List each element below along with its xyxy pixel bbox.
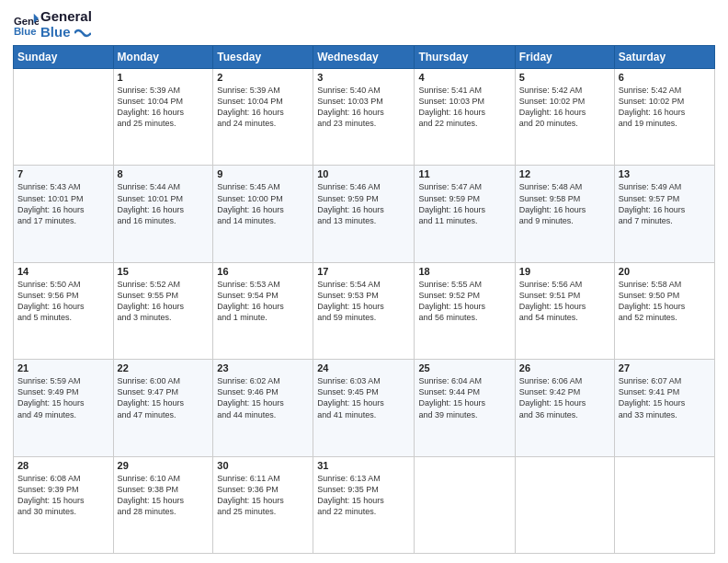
day-number: 21 <box>17 362 109 373</box>
calendar-cell: 30Sunrise: 6:11 AM Sunset: 9:36 PM Dayli… <box>213 456 313 553</box>
calendar-cell: 14Sunrise: 5:50 AM Sunset: 9:56 PM Dayli… <box>14 262 114 359</box>
day-info: Sunrise: 6:13 AM Sunset: 9:35 PM Dayligh… <box>317 473 410 518</box>
day-number: 24 <box>317 362 410 373</box>
calendar-week-row: 21Sunrise: 5:59 AM Sunset: 9:49 PM Dayli… <box>14 360 715 456</box>
calendar-cell: 9Sunrise: 5:45 AM Sunset: 10:00 PM Dayli… <box>213 166 313 262</box>
logo-blue: Blue <box>40 25 92 40</box>
day-number: 12 <box>519 168 610 179</box>
day-info: Sunrise: 5:55 AM Sunset: 9:52 PM Dayligh… <box>418 279 510 324</box>
calendar-cell: 18Sunrise: 5:55 AM Sunset: 9:52 PM Dayli… <box>415 262 515 359</box>
calendar-cell: 20Sunrise: 5:58 AM Sunset: 9:50 PM Dayli… <box>614 262 714 359</box>
day-number: 11 <box>418 168 510 179</box>
day-info: Sunrise: 6:10 AM Sunset: 9:38 PM Dayligh… <box>118 473 210 518</box>
day-info: Sunrise: 5:58 AM Sunset: 9:50 PM Dayligh… <box>619 279 711 324</box>
calendar-week-row: 1Sunrise: 5:39 AM Sunset: 10:04 PM Dayli… <box>14 69 715 166</box>
day-info: Sunrise: 5:52 AM Sunset: 9:55 PM Dayligh… <box>118 279 210 324</box>
calendar-cell: 3Sunrise: 5:40 AM Sunset: 10:03 PM Dayli… <box>313 69 415 166</box>
logo: General Blue General Blue <box>13 9 92 40</box>
weekday-header-wednesday: Wednesday <box>313 46 415 69</box>
day-info: Sunrise: 5:46 AM Sunset: 9:59 PM Dayligh… <box>317 181 410 226</box>
day-number: 17 <box>317 266 410 277</box>
day-number: 30 <box>217 460 309 471</box>
logo-wave-icon <box>74 28 91 39</box>
day-number: 22 <box>118 362 210 373</box>
day-info: Sunrise: 5:47 AM Sunset: 9:59 PM Dayligh… <box>418 181 510 226</box>
day-info: Sunrise: 6:07 AM Sunset: 9:41 PM Dayligh… <box>619 375 711 420</box>
day-info: Sunrise: 5:42 AM Sunset: 10:02 PM Daylig… <box>519 85 610 130</box>
calendar-cell <box>515 456 614 553</box>
day-info: Sunrise: 5:56 AM Sunset: 9:51 PM Dayligh… <box>519 279 610 324</box>
weekday-header-row: SundayMondayTuesdayWednesdayThursdayFrid… <box>14 46 715 69</box>
calendar-cell: 1Sunrise: 5:39 AM Sunset: 10:04 PM Dayli… <box>113 69 213 166</box>
day-info: Sunrise: 5:49 AM Sunset: 9:57 PM Dayligh… <box>619 181 711 226</box>
day-number: 2 <box>217 72 309 83</box>
day-info: Sunrise: 6:06 AM Sunset: 9:42 PM Dayligh… <box>519 375 610 420</box>
day-info: Sunrise: 6:03 AM Sunset: 9:45 PM Dayligh… <box>317 375 410 420</box>
day-info: Sunrise: 5:48 AM Sunset: 9:58 PM Dayligh… <box>519 181 610 226</box>
day-number: 3 <box>317 72 410 83</box>
calendar-cell <box>14 69 114 166</box>
calendar-cell: 16Sunrise: 5:53 AM Sunset: 9:54 PM Dayli… <box>213 262 313 359</box>
weekday-header-friday: Friday <box>515 46 614 69</box>
day-number: 4 <box>418 72 510 83</box>
calendar-cell: 19Sunrise: 5:56 AM Sunset: 9:51 PM Dayli… <box>515 262 614 359</box>
calendar-cell <box>415 456 515 553</box>
calendar-cell: 28Sunrise: 6:08 AM Sunset: 9:39 PM Dayli… <box>14 456 114 553</box>
day-info: Sunrise: 6:11 AM Sunset: 9:36 PM Dayligh… <box>217 473 309 518</box>
calendar-cell: 29Sunrise: 6:10 AM Sunset: 9:38 PM Dayli… <box>113 456 213 553</box>
calendar-cell: 27Sunrise: 6:07 AM Sunset: 9:41 PM Dayli… <box>614 360 714 456</box>
day-number: 9 <box>217 168 309 179</box>
weekday-header-saturday: Saturday <box>614 46 714 69</box>
day-number: 8 <box>118 168 210 179</box>
calendar-cell: 6Sunrise: 5:42 AM Sunset: 10:02 PM Dayli… <box>614 69 714 166</box>
weekday-header-tuesday: Tuesday <box>213 46 313 69</box>
logo-general: General <box>40 9 92 25</box>
calendar-cell: 11Sunrise: 5:47 AM Sunset: 9:59 PM Dayli… <box>415 166 515 262</box>
day-number: 19 <box>519 266 610 277</box>
calendar-week-row: 7Sunrise: 5:43 AM Sunset: 10:01 PM Dayli… <box>14 166 715 262</box>
calendar-cell: 23Sunrise: 6:02 AM Sunset: 9:46 PM Dayli… <box>213 360 313 456</box>
day-number: 31 <box>317 460 410 471</box>
day-info: Sunrise: 5:54 AM Sunset: 9:53 PM Dayligh… <box>317 279 410 324</box>
calendar-cell: 13Sunrise: 5:49 AM Sunset: 9:57 PM Dayli… <box>614 166 714 262</box>
day-number: 29 <box>118 460 210 471</box>
calendar-week-row: 14Sunrise: 5:50 AM Sunset: 9:56 PM Dayli… <box>14 262 715 359</box>
day-number: 1 <box>118 72 210 83</box>
day-info: Sunrise: 6:08 AM Sunset: 9:39 PM Dayligh… <box>17 473 109 518</box>
calendar-cell: 31Sunrise: 6:13 AM Sunset: 9:35 PM Dayli… <box>313 456 415 553</box>
calendar-cell: 15Sunrise: 5:52 AM Sunset: 9:55 PM Dayli… <box>113 262 213 359</box>
day-info: Sunrise: 5:59 AM Sunset: 9:49 PM Dayligh… <box>17 375 109 420</box>
day-info: Sunrise: 5:45 AM Sunset: 10:00 PM Daylig… <box>217 181 309 226</box>
day-info: Sunrise: 6:02 AM Sunset: 9:46 PM Dayligh… <box>217 375 309 420</box>
day-info: Sunrise: 5:39 AM Sunset: 10:04 PM Daylig… <box>118 85 210 130</box>
day-number: 25 <box>418 362 510 373</box>
calendar-cell: 8Sunrise: 5:44 AM Sunset: 10:01 PM Dayli… <box>113 166 213 262</box>
calendar-cell: 7Sunrise: 5:43 AM Sunset: 10:01 PM Dayli… <box>14 166 114 262</box>
day-info: Sunrise: 6:04 AM Sunset: 9:44 PM Dayligh… <box>418 375 510 420</box>
calendar-table: SundayMondayTuesdayWednesdayThursdayFrid… <box>13 45 715 554</box>
day-info: Sunrise: 5:43 AM Sunset: 10:01 PM Daylig… <box>17 181 109 226</box>
day-info: Sunrise: 5:53 AM Sunset: 9:54 PM Dayligh… <box>217 279 309 324</box>
calendar-cell: 25Sunrise: 6:04 AM Sunset: 9:44 PM Dayli… <box>415 360 515 456</box>
calendar-cell: 22Sunrise: 6:00 AM Sunset: 9:47 PM Dayli… <box>113 360 213 456</box>
day-number: 20 <box>619 266 711 277</box>
page-header: General Blue General Blue <box>13 9 715 40</box>
day-info: Sunrise: 5:40 AM Sunset: 10:03 PM Daylig… <box>317 85 410 130</box>
calendar-cell: 12Sunrise: 5:48 AM Sunset: 9:58 PM Dayli… <box>515 166 614 262</box>
weekday-header-thursday: Thursday <box>415 46 515 69</box>
day-info: Sunrise: 5:41 AM Sunset: 10:03 PM Daylig… <box>418 85 510 130</box>
day-number: 18 <box>418 266 510 277</box>
day-number: 28 <box>17 460 109 471</box>
day-info: Sunrise: 5:39 AM Sunset: 10:04 PM Daylig… <box>217 85 309 130</box>
calendar-week-row: 28Sunrise: 6:08 AM Sunset: 9:39 PM Dayli… <box>14 456 715 553</box>
day-number: 27 <box>619 362 711 373</box>
day-number: 14 <box>17 266 109 277</box>
calendar-cell <box>614 456 714 553</box>
calendar-cell: 5Sunrise: 5:42 AM Sunset: 10:02 PM Dayli… <box>515 69 614 166</box>
calendar-cell: 4Sunrise: 5:41 AM Sunset: 10:03 PM Dayli… <box>415 69 515 166</box>
calendar-cell: 10Sunrise: 5:46 AM Sunset: 9:59 PM Dayli… <box>313 166 415 262</box>
day-number: 7 <box>17 168 109 179</box>
day-number: 6 <box>619 72 711 83</box>
day-info: Sunrise: 5:42 AM Sunset: 10:02 PM Daylig… <box>619 85 711 130</box>
day-info: Sunrise: 6:00 AM Sunset: 9:47 PM Dayligh… <box>118 375 210 420</box>
